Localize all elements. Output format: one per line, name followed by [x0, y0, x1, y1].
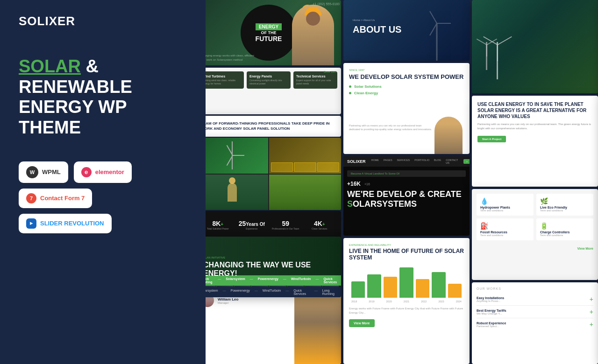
- mockups-area: ENERGY OF THE FUTURE ★ +1 (202) 555-0183…: [196, 0, 598, 364]
- bar-6: [432, 272, 445, 298]
- sc9-counter-label: +16: [364, 182, 370, 186]
- work-item-1-name: Easy Installations: [477, 296, 504, 300]
- stat-lbl-1: Experience: [235, 227, 269, 230]
- sc9-counter-row: +16K +16: [343, 181, 470, 187]
- stat-unit-3: +: [322, 222, 325, 227]
- feat-charge-desc: Term and conditions: [540, 234, 590, 237]
- turbine-far-2: [497, 42, 498, 79]
- stat-unit-0: +: [221, 222, 223, 227]
- chart-title: LIVE IN THE HOME OF FUTURE OF SOLAR SYST…: [349, 248, 464, 261]
- feat-eco: 🌿 Live Eco Friendly Term and conditions: [536, 194, 593, 216]
- work-item-1-info: Easy Installations Anything Is Possi...: [477, 296, 504, 302]
- about-title: Home > About Us ABOUT US: [353, 19, 401, 35]
- ticker-sep-2: —: [314, 289, 318, 295]
- stat-num-3: 4K+: [303, 220, 337, 227]
- ticker-item: Solarsystem: [226, 277, 245, 284]
- stat-0: 8K+ Total Satisfied Power: [201, 220, 235, 230]
- year-2: 2019: [369, 300, 374, 303]
- service-wind-title: Wind Turbines: [203, 75, 241, 78]
- sc8-title: WE DEVELOP SOLAR SYSTEM POWER: [349, 73, 464, 81]
- team-desc-text: TEAM OF FORWARD-THINKING PROFESSIONALS T…: [201, 121, 336, 131]
- solar-develop-screenshot: Since 1997 WE DEVELOP SOLAR SYSTEM POWER…: [343, 63, 470, 154]
- work-item-3-info: Robust Experience Partnered Speci...: [477, 322, 506, 328]
- chart-exp-label: Experience And Reliability: [349, 244, 464, 246]
- features-grid: 💧 Hydropower Plants Term and conditions …: [477, 194, 593, 240]
- service-wind-desc: Turning wind into clean, reliable energy…: [203, 79, 241, 85]
- bar-1: [351, 281, 365, 298]
- worker-figure: [292, 5, 334, 65]
- feat-hydro-name: Hydropower Plants: [480, 206, 530, 209]
- about-heading: ABOUT US: [353, 24, 401, 35]
- services-inner: Wind Turbines Turning wind into clean, r…: [196, 68, 341, 92]
- face: [306, 12, 320, 26]
- about-screenshot: Home > About Us ABOUT US: [343, 0, 470, 61]
- feat-eco-desc: Term and conditions: [540, 209, 590, 212]
- member-info-3: William Leo Manager: [218, 297, 238, 304]
- feat-charge-icon: 🔋: [540, 222, 590, 230]
- work-item-1: Easy Installations Anything Is Possi... …: [477, 293, 593, 306]
- stat-unit-1: Years Of: [246, 222, 265, 227]
- sc9-logo: SOLIXER: [347, 159, 366, 164]
- turbines-row: [486, 42, 498, 79]
- wpml-label: WPML: [42, 168, 61, 175]
- ticker-item: Powerenergy: [258, 277, 278, 284]
- team-desc: TEAM OF FORWARD-THINKING PROFESSIONALS T…: [196, 116, 341, 137]
- ticker-sep: —: [250, 277, 253, 284]
- photo-2: [269, 138, 341, 174]
- nav-services: SERVICES: [397, 159, 410, 164]
- ticker-item-2: Long Running: [322, 289, 337, 295]
- feat-fossil-desc: Term and conditions: [480, 234, 530, 237]
- logo: SOLIXER: [19, 14, 187, 28]
- changing-way-screenshot: Plan Initiative CHANGING THE WAY WE USE …: [196, 237, 341, 297]
- bar-3: [384, 277, 397, 298]
- sc8-item-label-1: Clean Energy: [354, 91, 378, 95]
- chart-years: 2018 2019 2020 2021 2022 2023 2024: [349, 300, 464, 303]
- year-3: 2020: [386, 300, 392, 303]
- view-more-link: View More: [477, 243, 593, 252]
- ticker-sep: —: [283, 277, 286, 284]
- photo-collage: [196, 138, 341, 210]
- year-5: 2022: [421, 300, 427, 303]
- nav-contact: CONTACT US: [446, 159, 458, 164]
- sc8-desc: Partnering with us means you can rely on…: [349, 124, 432, 132]
- ticker-sep-2: —: [255, 289, 258, 295]
- turbine-blade-1: [429, 11, 437, 24]
- service-tech-desc: Expert support for all of your solar pan…: [296, 79, 335, 85]
- stat-num-0: 8K+: [201, 220, 235, 227]
- year-1: 2018: [351, 300, 357, 303]
- ticker-sep: —: [315, 277, 319, 284]
- tagline: SOLAR & RENEWABLEENERGY WP THEME: [19, 56, 187, 138]
- ticker-sep-2: —: [285, 289, 289, 295]
- turbine-blade-2: [437, 23, 451, 24]
- sr-icon: ▶: [26, 218, 36, 229]
- feat-eco-name: Live Eco Friendly: [540, 206, 590, 209]
- elementor-label: elementor: [95, 168, 124, 175]
- feat-eco-icon: 🌿: [540, 197, 590, 205]
- ticker-item: WindTurboin: [291, 277, 311, 284]
- nav-cta: +: [463, 159, 470, 164]
- year-4: 2021: [404, 300, 409, 303]
- our-works-label: OUR WORKS: [477, 287, 593, 290]
- service-panels-desc: Converting sunlight directly into electr…: [249, 79, 288, 85]
- nav-blog: BLOG: [434, 159, 441, 164]
- chart-desc: Energy works with Future Frame with Futu…: [349, 307, 464, 315]
- feat-charge-name: Charge Controllers: [540, 231, 590, 234]
- sc8-since: Since 1997: [349, 69, 464, 71]
- feat-fossil-icon: ⛽: [480, 222, 530, 230]
- photo-1: [196, 138, 268, 174]
- work-item-2-detail: We May Change Y...: [477, 312, 506, 315]
- sc8-engineer: [434, 117, 463, 154]
- chart-cta: View More: [349, 319, 375, 327]
- sc9-headline: WE'RE DEVELOP & CREATE SOLARSYSTEMS: [343, 189, 470, 209]
- changing-content: Plan Initiative CHANGING THE WAY WE USE …: [203, 256, 334, 278]
- sc9-nav: SOLIXER HOME PAGES SERVICES PORTFOLIO BL…: [343, 156, 470, 167]
- sc9-nav-items: HOME PAGES SERVICES PORTFOLIO BLOG CONTA…: [371, 159, 458, 164]
- badge-elementor: e elementor: [74, 161, 132, 183]
- our-works-screenshot: OUR WORKS Easy Installations Anything Is…: [472, 282, 598, 364]
- sc8-dot-0: [349, 85, 351, 88]
- features-screenshot: 💧 Hydropower Plants Term and conditions …: [472, 189, 598, 280]
- stat-lbl-0: Total Satisfied Power: [201, 227, 235, 230]
- bar-5: [416, 279, 429, 298]
- bar-2: [367, 274, 381, 298]
- feat-charge: 🔋 Charge Controllers Term and conditions: [536, 218, 593, 240]
